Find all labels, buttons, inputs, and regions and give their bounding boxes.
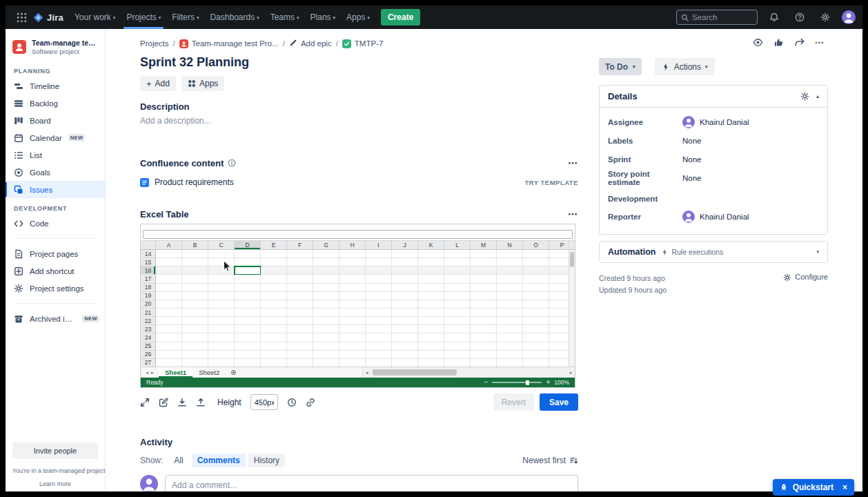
cell-N16[interactable] (497, 266, 523, 275)
try-template-button[interactable]: TRY TEMPLATE (524, 179, 578, 186)
cell-A17[interactable] (156, 275, 182, 283)
cell-K24[interactable] (418, 333, 444, 342)
cell-K17[interactable] (418, 275, 444, 283)
column-header-J[interactable]: J (392, 241, 418, 250)
zoom-out-button[interactable]: − (484, 379, 489, 386)
nav-menu-apps[interactable]: Apps▾ (341, 6, 375, 29)
cell-H25[interactable] (339, 342, 366, 351)
details-header[interactable]: Details ▴ (600, 86, 827, 108)
cell-M23[interactable] (471, 325, 497, 333)
nav-menu-teams[interactable]: Teams▾ (265, 6, 305, 29)
row-header-17[interactable]: 17 (141, 275, 156, 283)
cell-O22[interactable] (523, 317, 549, 325)
cell-M17[interactable] (471, 275, 497, 283)
row-header-18[interactable]: 18 (141, 284, 156, 292)
cell-L17[interactable] (444, 275, 471, 283)
cell-H18[interactable] (339, 284, 366, 292)
cell-I17[interactable] (366, 275, 392, 283)
breadcrumb-projects[interactable]: Projects (140, 39, 169, 48)
cell-G15[interactable] (313, 258, 339, 266)
cell-A24[interactable] (156, 333, 182, 342)
cell-D18[interactable] (235, 284, 261, 292)
sheet-prev-icon[interactable]: ◂ (146, 370, 148, 376)
search-box[interactable] (676, 10, 758, 25)
cell-I27[interactable] (366, 359, 392, 367)
cell-E25[interactable] (261, 342, 287, 351)
cell-N15[interactable] (497, 258, 523, 266)
cell-L27[interactable] (444, 359, 471, 367)
learn-more-link[interactable]: Learn more (12, 480, 98, 487)
cell-I18[interactable] (366, 284, 392, 292)
cell-M19[interactable] (471, 292, 497, 300)
cell-B22[interactable] (182, 317, 208, 325)
cell-H17[interactable] (339, 275, 366, 283)
cell-A20[interactable] (156, 300, 182, 309)
cell-D22[interactable] (235, 317, 261, 325)
like-button[interactable] (770, 34, 787, 50)
cell-G16[interactable] (313, 266, 339, 275)
cell-L23[interactable] (444, 325, 471, 333)
column-header-D[interactable]: D (235, 241, 261, 250)
comment-box[interactable]: Add a comment... 🎉Looks good!🙋Need help?… (165, 475, 578, 491)
cell-F15[interactable] (287, 258, 313, 266)
cell-F21[interactable] (287, 309, 313, 317)
cell-J26[interactable] (392, 351, 418, 359)
cell-N19[interactable] (497, 292, 523, 300)
cell-H16[interactable] (339, 266, 366, 275)
column-header-N[interactable]: N (497, 241, 523, 250)
cell-H14[interactable] (339, 250, 366, 258)
breadcrumb-issue-key[interactable]: TMTP-7 (342, 39, 384, 48)
cell-K15[interactable] (418, 258, 444, 266)
cell-C26[interactable] (208, 351, 235, 359)
automation-card[interactable]: Automation Rule executions ▾ (599, 241, 828, 263)
column-header-M[interactable]: M (471, 241, 497, 250)
cell-E18[interactable] (261, 284, 287, 292)
cell-G26[interactable] (313, 351, 339, 359)
cell-L25[interactable] (444, 342, 471, 351)
cell-N23[interactable] (497, 325, 523, 333)
gear-icon[interactable] (800, 92, 809, 101)
description-placeholder[interactable]: Add a description... (140, 116, 578, 126)
cell-O19[interactable] (523, 292, 549, 300)
help-button[interactable] (791, 8, 809, 26)
cell-M20[interactable] (471, 300, 497, 309)
filter-all[interactable]: All (168, 454, 188, 467)
cell-B25[interactable] (182, 342, 208, 351)
cell-L26[interactable] (444, 351, 471, 359)
scrollbar-thumb[interactable] (570, 252, 574, 267)
cell-K19[interactable] (418, 292, 444, 300)
add-sheet-button[interactable]: ⊕ (226, 367, 241, 378)
cell-J18[interactable] (392, 284, 418, 292)
cell-A16[interactable] (156, 266, 182, 275)
vertical-scrollbar[interactable] (569, 241, 575, 367)
cell-E22[interactable] (261, 317, 287, 325)
cell-B19[interactable] (182, 292, 208, 300)
cell-C16[interactable] (208, 266, 235, 275)
row-header-16[interactable]: 16 (141, 266, 156, 275)
add-button[interactable]: +Add (140, 76, 176, 91)
cell-D25[interactable] (235, 342, 261, 351)
nav-menu-projects[interactable]: Projects▾ (121, 6, 166, 29)
column-header-F[interactable]: F (287, 241, 313, 250)
confluence-page-link[interactable]: Product requirements TRY TEMPLATE (140, 177, 578, 187)
cell-G21[interactable] (313, 309, 339, 317)
cell-J15[interactable] (392, 258, 418, 266)
sidebar-item-project-pages[interactable]: Project pages (6, 245, 105, 262)
sheet-tab-sheet2[interactable]: Sheet2 (193, 367, 226, 378)
cell-F20[interactable] (287, 300, 313, 309)
cell-N24[interactable] (497, 333, 523, 342)
nav-menu-dashboards[interactable]: Dashboards▾ (204, 6, 264, 29)
cell-A14[interactable] (156, 250, 182, 258)
column-header-C[interactable]: C (208, 241, 235, 250)
cell-F26[interactable] (287, 351, 313, 359)
cell-M26[interactable] (471, 351, 497, 359)
sheet-next-icon[interactable]: ▸ (151, 370, 154, 376)
column-header-O[interactable]: O (523, 241, 549, 250)
cell-B24[interactable] (182, 333, 208, 342)
cell-F14[interactable] (287, 250, 313, 258)
cell-C27[interactable] (208, 359, 235, 367)
sidebar-item-issues[interactable]: Issues (6, 181, 105, 198)
apps-button[interactable]: Apps (181, 76, 224, 91)
cell-D21[interactable] (235, 309, 261, 317)
cell-G14[interactable] (313, 250, 339, 258)
